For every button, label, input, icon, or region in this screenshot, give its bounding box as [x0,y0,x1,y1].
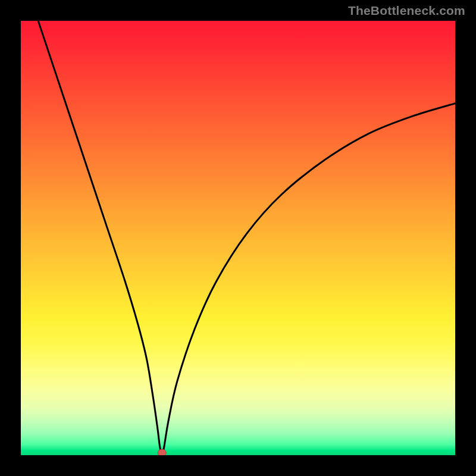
watermark-text: TheBottleneck.com [348,4,465,18]
chart-frame: TheBottleneck.com [0,0,476,476]
bottleneck-curve [34,21,455,455]
minimum-marker-icon [158,449,166,455]
plot-area [21,21,455,455]
curve-layer [21,21,455,455]
